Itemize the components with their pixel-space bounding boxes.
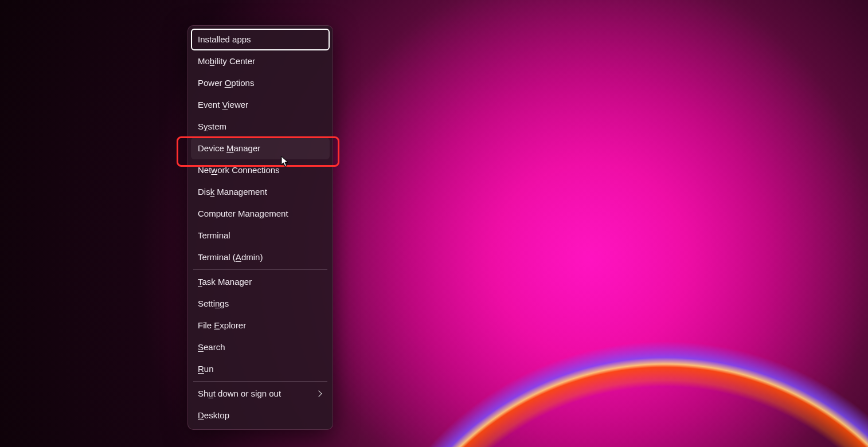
menu-item-device-manager[interactable]: Device Manager [191, 138, 330, 159]
menu-item-computer-management[interactable]: Computer Management [191, 203, 330, 225]
menu-item-label: Event Viewer [198, 99, 248, 111]
menu-item-task-manager[interactable]: Task Manager [191, 271, 330, 293]
menu-item-terminal-admin[interactable]: Terminal (Admin) [191, 246, 330, 268]
menu-item-shutdown-signout[interactable]: Shut down or sign out [191, 383, 330, 405]
menu-item-label: Installed apps [198, 33, 251, 45]
menu-item-label: File Explorer [198, 319, 246, 331]
menu-item-label: Device Manager [198, 142, 260, 154]
menu-separator [193, 269, 327, 270]
desktop-wallpaper: Installed appsMobility CenterPower Optio… [0, 0, 868, 447]
menu-item-label: Desktop [198, 409, 229, 421]
menu-item-label: Task Manager [198, 276, 252, 288]
menu-item-desktop[interactable]: Desktop [191, 405, 330, 426]
menu-item-power-options[interactable]: Power Options [191, 72, 330, 94]
menu-item-mobility-center[interactable]: Mobility Center [191, 50, 330, 72]
menu-item-network-connections[interactable]: Network Connections [191, 159, 330, 181]
menu-item-event-viewer[interactable]: Event Viewer [191, 94, 330, 116]
menu-item-label: Shut down or sign out [198, 387, 281, 399]
menu-item-label: Terminal [198, 229, 230, 241]
menu-item-label: Network Connections [198, 164, 280, 176]
menu-item-label: Terminal (Admin) [198, 251, 263, 263]
menu-item-search[interactable]: Search [191, 336, 330, 358]
menu-item-label: Computer Management [198, 207, 288, 219]
menu-item-label: Power Options [198, 77, 254, 89]
menu-item-label: Settings [198, 297, 229, 309]
chevron-right-icon [315, 390, 322, 397]
menu-item-label: Search [198, 341, 225, 353]
menu-item-installed-apps[interactable]: Installed apps [191, 29, 330, 50]
menu-item-disk-management[interactable]: Disk Management [191, 181, 330, 203]
menu-item-label: Disk Management [198, 186, 267, 198]
menu-item-file-explorer[interactable]: File Explorer [191, 315, 330, 336]
menu-item-label: Run [198, 363, 214, 375]
menu-item-run[interactable]: Run [191, 358, 330, 380]
menu-item-terminal[interactable]: Terminal [191, 225, 330, 246]
menu-separator [193, 381, 327, 382]
menu-item-label: System [198, 120, 226, 132]
menu-item-label: Mobility Center [198, 55, 255, 67]
winx-power-user-menu: Installed appsMobility CenterPower Optio… [187, 25, 333, 430]
menu-item-settings[interactable]: Settings [191, 293, 330, 315]
menu-item-system[interactable]: System [191, 116, 330, 138]
